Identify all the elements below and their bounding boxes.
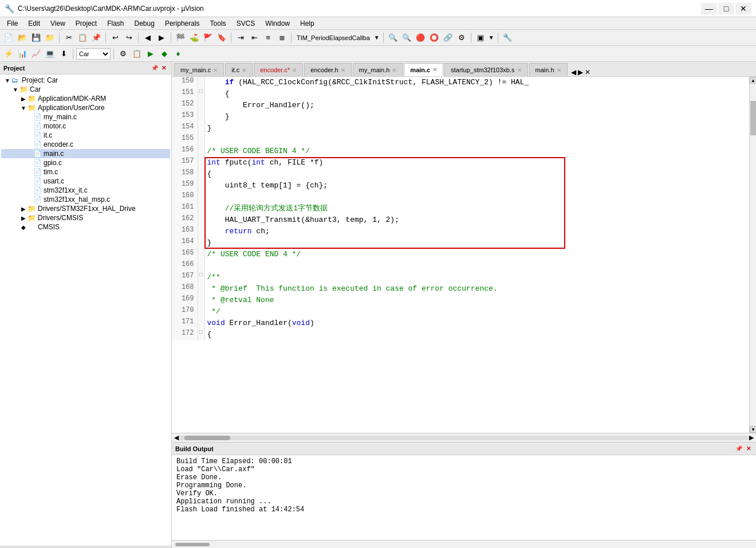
scroll-track[interactable] (750, 84, 756, 426)
tab-my-main-h[interactable]: my_main.h ✕ (353, 63, 403, 76)
tb-indent2[interactable]: ⇤ (248, 32, 261, 44)
code-cell[interactable]: Error_Handler(); (204, 100, 749, 111)
code-cell[interactable]: //采用轮询方式发送1字节数据 (204, 203, 749, 214)
tb-nav-fwd[interactable]: ▶ (155, 32, 168, 44)
code-cell[interactable]: void Error_Handler(void) (204, 318, 749, 329)
tb-bookmark4[interactable]: 🔖 (215, 32, 228, 44)
code-cell[interactable]: { (204, 88, 749, 100)
tb-cut[interactable]: ✂ (62, 32, 75, 44)
tree-it-c[interactable]: 📄 it.c (1, 131, 170, 140)
tb-settings[interactable]: 🔧 (501, 32, 514, 44)
tab-encoder-c[interactable]: encoder.c* ✕ (254, 63, 303, 76)
tree-stm32f1-msp[interactable]: 📄 stm32f1xx_hal_msp.c (1, 195, 170, 204)
tree-stm32f1-it[interactable]: 📄 stm32f1xx_it.c (1, 186, 170, 195)
tb-indent1[interactable]: ⇥ (234, 32, 247, 44)
tb-action5[interactable]: 🔗 (442, 32, 454, 44)
tree-my-main-c[interactable]: 📄 my_main.c (1, 112, 170, 122)
code-cell[interactable]: /** (204, 272, 749, 283)
tb-redo[interactable]: ↪ (123, 32, 135, 44)
target-dropdown[interactable]: Car (76, 48, 111, 60)
code-cell[interactable]: /* USER CODE END 4 */ (204, 249, 749, 260)
tab-close-all[interactable]: ✕ (585, 68, 590, 76)
code-cell[interactable]: /* USER CODE BEGIN 4 */ (204, 146, 749, 157)
code-cell[interactable]: int fputc(int ch, FILE *f) (204, 157, 749, 169)
tab-main-c[interactable]: main.c ✕ (404, 63, 443, 76)
tb-undo[interactable]: ↩ (109, 32, 121, 44)
build-output-text[interactable]: Build Time Elapsed: 00:00:01 Load "Car\\… (172, 455, 756, 540)
tab-close-my-main-h[interactable]: ✕ (392, 67, 396, 73)
vertical-scrollbar[interactable]: ▲ ▼ (749, 77, 756, 433)
tab-scroll-right[interactable]: ▶ (578, 68, 583, 76)
tb2-config[interactable]: ⚙ (117, 48, 129, 60)
code-cell[interactable]: * @retval None (204, 295, 749, 306)
tab-close-main-c[interactable]: ✕ (432, 66, 437, 73)
tb-bookmark2[interactable]: ⛳ (188, 32, 200, 44)
tree-project-car[interactable]: ▼ 🗂 Project: Car (1, 76, 170, 85)
tree-usart-c[interactable]: 📄 usart.c (1, 177, 170, 186)
scroll-up-button[interactable]: ▲ (750, 77, 756, 84)
hscroll-thumb[interactable] (184, 436, 230, 440)
tree-drivers-cmsis[interactable]: ▶ 📁 Drivers/CMSIS (1, 213, 170, 222)
code-cell[interactable] (204, 260, 749, 272)
tb-indent3[interactable]: ≡ (262, 32, 274, 44)
tab-close-startup[interactable]: ✕ (517, 67, 522, 73)
menu-edit[interactable]: Edit (23, 18, 45, 29)
tree-motor-c[interactable]: 📄 motor.c (1, 122, 170, 131)
tb-paste[interactable]: 📌 (90, 32, 103, 44)
tree-drivers-hal[interactable]: ▶ 📁 Drivers/STM32F1xx_HAL_Drive (1, 204, 170, 213)
maximize-button[interactable]: □ (718, 3, 734, 14)
build-close-button[interactable]: ✕ (745, 445, 753, 453)
tb2-green2[interactable]: ◆ (158, 48, 171, 60)
code-cell[interactable]: HAL_UART_Transmit(&huart3, temp, 1, 2); (204, 214, 749, 226)
tree-main-c[interactable]: 📄 main.c (1, 149, 170, 158)
menu-tools[interactable]: Tools (206, 18, 231, 29)
menu-flash[interactable]: Flash (103, 18, 128, 29)
tb-action6[interactable]: ⚙ (455, 32, 468, 44)
menu-help[interactable]: Help (296, 18, 319, 29)
tab-close-encoder[interactable]: ✕ (292, 67, 297, 73)
tab-it-c[interactable]: it.c ✕ (225, 63, 253, 76)
tb-action3[interactable]: 🔴 (414, 32, 427, 44)
tb-nav-back[interactable]: ◀ (141, 32, 154, 44)
tb-save[interactable]: 💾 (30, 32, 42, 44)
build-hscroll[interactable] (172, 540, 756, 548)
tb-bookmark3[interactable]: 🚩 (202, 32, 214, 44)
code-cell[interactable]: { (204, 169, 749, 180)
tb2-btn2[interactable]: 📊 (16, 48, 29, 60)
tb-action4[interactable]: ⭕ (428, 32, 440, 44)
code-cell[interactable]: } (204, 111, 749, 123)
tb2-green3[interactable]: ♦ (172, 48, 184, 60)
tree-encoder-c[interactable]: 📄 encoder.c (1, 140, 170, 149)
code-editor[interactable]: 150 if (HAL_RCC_ClockConfig(&RCC_ClkInit… (172, 77, 749, 433)
menu-debug[interactable]: Debug (130, 18, 159, 29)
tb-func-dropdown[interactable]: ▼ (373, 32, 380, 44)
tab-close-main-h[interactable]: ✕ (557, 67, 561, 73)
menu-project[interactable]: Project (71, 18, 101, 29)
tb-indent4[interactable]: ≣ (275, 32, 288, 44)
code-cell[interactable]: uint8_t temp[1] = {ch}; (204, 180, 749, 191)
menu-svcs[interactable]: SVCS (232, 18, 260, 29)
menu-view[interactable]: View (46, 18, 70, 29)
code-cell[interactable]: { (204, 329, 749, 340)
hscroll-left-btn[interactable]: ◀ (174, 434, 179, 441)
tab-my-main-c[interactable]: my_main.c ✕ (174, 63, 224, 76)
tb2-btn5[interactable]: ⬇ (57, 48, 70, 60)
tree-tim-c[interactable]: 📄 tim.c (1, 167, 170, 177)
scroll-thumb[interactable] (750, 101, 756, 135)
tb-saveall[interactable]: 📁 (44, 32, 56, 44)
panel-pin-button[interactable]: 📌 (151, 64, 159, 72)
tree-car[interactable]: ▼ 📁 Car (1, 85, 170, 94)
code-cell[interactable]: } (204, 237, 749, 249)
tree-user-core[interactable]: ▼ 📁 Application/User/Core (1, 103, 170, 112)
tb-view-dropdown2[interactable]: ▼ (488, 32, 495, 44)
code-cell[interactable]: */ (204, 306, 749, 318)
tab-startup[interactable]: startup_stm32f103xb.s ✕ (444, 63, 527, 76)
left-panel-resize[interactable] (0, 546, 171, 548)
code-cell[interactable]: } (204, 123, 749, 134)
close-button[interactable]: ✕ (735, 3, 751, 14)
tb2-btn1[interactable]: ⚡ (2, 48, 15, 60)
tb-bookmark1[interactable]: 🏁 (174, 32, 187, 44)
tb-open[interactable]: 📂 (16, 32, 29, 44)
tb2-copy2[interactable]: 📋 (131, 48, 143, 60)
tb-copy[interactable]: 📋 (76, 32, 89, 44)
